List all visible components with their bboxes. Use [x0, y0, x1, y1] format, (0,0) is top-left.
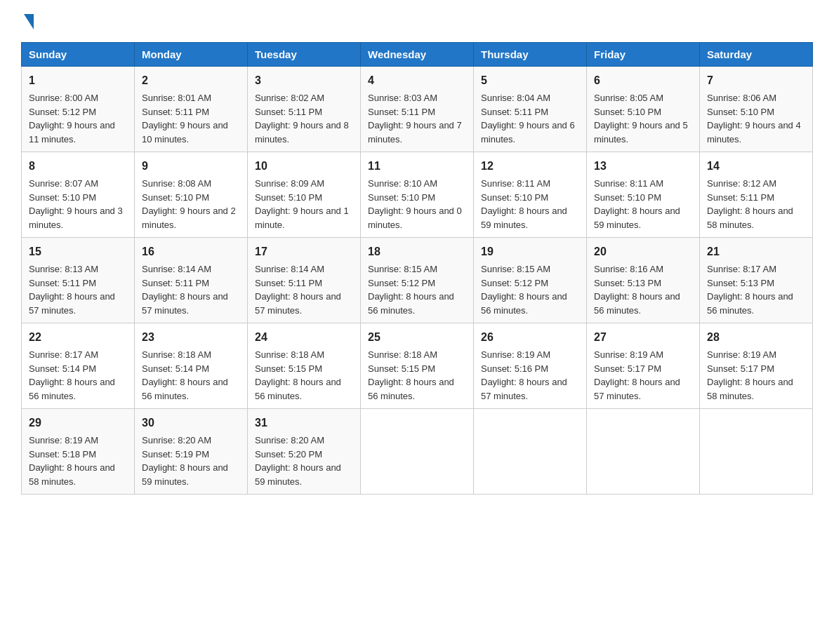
calendar-cell — [587, 409, 700, 495]
day-number: 27 — [594, 329, 692, 346]
day-info: Sunrise: 8:18 AMSunset: 5:15 PMDaylight:… — [255, 349, 341, 401]
page-header — [21, 14, 813, 29]
day-info: Sunrise: 8:19 AMSunset: 5:16 PMDaylight:… — [481, 349, 567, 401]
day-number: 11 — [368, 158, 466, 175]
day-number: 23 — [142, 329, 240, 346]
weekday-header-sunday: Sunday — [22, 43, 135, 67]
day-number: 15 — [29, 243, 127, 260]
day-info: Sunrise: 8:11 AMSunset: 5:10 PMDaylight:… — [594, 178, 680, 230]
weekday-header-wednesday: Wednesday — [361, 43, 474, 67]
day-info: Sunrise: 8:05 AMSunset: 5:10 PMDaylight:… — [594, 93, 688, 145]
day-info: Sunrise: 8:19 AMSunset: 5:18 PMDaylight:… — [29, 435, 115, 487]
day-info: Sunrise: 8:09 AMSunset: 5:10 PMDaylight:… — [255, 178, 349, 230]
day-info: Sunrise: 8:15 AMSunset: 5:12 PMDaylight:… — [368, 264, 454, 316]
calendar-cell: 19 Sunrise: 8:15 AMSunset: 5:12 PMDaylig… — [474, 238, 587, 323]
day-info: Sunrise: 8:17 AMSunset: 5:14 PMDaylight:… — [29, 349, 115, 401]
day-number: 14 — [707, 158, 805, 175]
day-number: 19 — [481, 243, 579, 260]
calendar-cell: 23 Sunrise: 8:18 AMSunset: 5:14 PMDaylig… — [135, 323, 248, 409]
day-info: Sunrise: 8:07 AMSunset: 5:10 PMDaylight:… — [29, 178, 123, 230]
day-number: 4 — [368, 72, 466, 89]
calendar-cell — [474, 409, 587, 495]
calendar-cell: 27 Sunrise: 8:19 AMSunset: 5:17 PMDaylig… — [587, 323, 700, 409]
calendar-cell: 5 Sunrise: 8:04 AMSunset: 5:11 PMDayligh… — [474, 67, 587, 152]
day-number: 17 — [255, 243, 353, 260]
day-info: Sunrise: 8:00 AMSunset: 5:12 PMDaylight:… — [29, 93, 115, 145]
calendar-cell: 10 Sunrise: 8:09 AMSunset: 5:10 PMDaylig… — [248, 152, 361, 238]
calendar-cell: 22 Sunrise: 8:17 AMSunset: 5:14 PMDaylig… — [22, 323, 135, 409]
calendar-cell: 4 Sunrise: 8:03 AMSunset: 5:11 PMDayligh… — [361, 67, 474, 152]
day-number: 2 — [142, 72, 240, 89]
day-number: 22 — [29, 329, 127, 346]
day-info: Sunrise: 8:20 AMSunset: 5:20 PMDaylight:… — [255, 435, 341, 487]
logo-triangle-icon — [24, 14, 34, 29]
weekday-header-saturday: Saturday — [700, 43, 813, 67]
weekday-header-monday: Monday — [135, 43, 248, 67]
calendar-cell: 29 Sunrise: 8:19 AMSunset: 5:18 PMDaylig… — [22, 409, 135, 495]
day-info: Sunrise: 8:14 AMSunset: 5:11 PMDaylight:… — [142, 264, 228, 316]
day-number: 21 — [707, 243, 805, 260]
calendar-week-row: 22 Sunrise: 8:17 AMSunset: 5:14 PMDaylig… — [22, 323, 813, 409]
calendar-cell: 7 Sunrise: 8:06 AMSunset: 5:10 PMDayligh… — [700, 67, 813, 152]
calendar-cell: 8 Sunrise: 8:07 AMSunset: 5:10 PMDayligh… — [22, 152, 135, 238]
calendar-cell: 13 Sunrise: 8:11 AMSunset: 5:10 PMDaylig… — [587, 152, 700, 238]
calendar-cell: 24 Sunrise: 8:18 AMSunset: 5:15 PMDaylig… — [248, 323, 361, 409]
logo — [21, 14, 34, 29]
day-number: 5 — [481, 72, 579, 89]
day-number: 6 — [594, 72, 692, 89]
calendar-cell: 31 Sunrise: 8:20 AMSunset: 5:20 PMDaylig… — [248, 409, 361, 495]
day-number: 26 — [481, 329, 579, 346]
day-info: Sunrise: 8:13 AMSunset: 5:11 PMDaylight:… — [29, 264, 115, 316]
day-info: Sunrise: 8:03 AMSunset: 5:11 PMDaylight:… — [368, 93, 462, 145]
calendar-week-row: 15 Sunrise: 8:13 AMSunset: 5:11 PMDaylig… — [22, 238, 813, 323]
calendar-cell: 28 Sunrise: 8:19 AMSunset: 5:17 PMDaylig… — [700, 323, 813, 409]
calendar-cell: 25 Sunrise: 8:18 AMSunset: 5:15 PMDaylig… — [361, 323, 474, 409]
day-number: 1 — [29, 72, 127, 89]
day-number: 29 — [29, 415, 127, 431]
weekday-header-thursday: Thursday — [474, 43, 587, 67]
day-number: 30 — [142, 415, 240, 431]
calendar-cell: 17 Sunrise: 8:14 AMSunset: 5:11 PMDaylig… — [248, 238, 361, 323]
weekday-header-friday: Friday — [587, 43, 700, 67]
day-info: Sunrise: 8:01 AMSunset: 5:11 PMDaylight:… — [142, 93, 228, 145]
calendar-cell: 18 Sunrise: 8:15 AMSunset: 5:12 PMDaylig… — [361, 238, 474, 323]
calendar-cell: 1 Sunrise: 8:00 AMSunset: 5:12 PMDayligh… — [22, 67, 135, 152]
calendar-cell: 30 Sunrise: 8:20 AMSunset: 5:19 PMDaylig… — [135, 409, 248, 495]
calendar-cell: 11 Sunrise: 8:10 AMSunset: 5:10 PMDaylig… — [361, 152, 474, 238]
day-info: Sunrise: 8:04 AMSunset: 5:11 PMDaylight:… — [481, 93, 575, 145]
day-info: Sunrise: 8:10 AMSunset: 5:10 PMDaylight:… — [368, 178, 462, 230]
day-info: Sunrise: 8:15 AMSunset: 5:12 PMDaylight:… — [481, 264, 567, 316]
day-info: Sunrise: 8:19 AMSunset: 5:17 PMDaylight:… — [707, 349, 793, 401]
calendar-cell: 9 Sunrise: 8:08 AMSunset: 5:10 PMDayligh… — [135, 152, 248, 238]
day-number: 31 — [255, 415, 353, 431]
calendar-week-row: 1 Sunrise: 8:00 AMSunset: 5:12 PMDayligh… — [22, 67, 813, 152]
day-info: Sunrise: 8:02 AMSunset: 5:11 PMDaylight:… — [255, 93, 349, 145]
day-number: 24 — [255, 329, 353, 346]
day-info: Sunrise: 8:18 AMSunset: 5:14 PMDaylight:… — [142, 349, 228, 401]
calendar-cell: 26 Sunrise: 8:19 AMSunset: 5:16 PMDaylig… — [474, 323, 587, 409]
calendar-cell: 20 Sunrise: 8:16 AMSunset: 5:13 PMDaylig… — [587, 238, 700, 323]
calendar-cell: 2 Sunrise: 8:01 AMSunset: 5:11 PMDayligh… — [135, 67, 248, 152]
calendar-cell: 15 Sunrise: 8:13 AMSunset: 5:11 PMDaylig… — [22, 238, 135, 323]
day-info: Sunrise: 8:11 AMSunset: 5:10 PMDaylight:… — [481, 178, 567, 230]
calendar-cell — [361, 409, 474, 495]
day-number: 10 — [255, 158, 353, 175]
day-number: 7 — [707, 72, 805, 89]
calendar-cell: 16 Sunrise: 8:14 AMSunset: 5:11 PMDaylig… — [135, 238, 248, 323]
calendar-week-row: 8 Sunrise: 8:07 AMSunset: 5:10 PMDayligh… — [22, 152, 813, 238]
day-number: 8 — [29, 158, 127, 175]
day-number: 28 — [707, 329, 805, 346]
day-number: 18 — [368, 243, 466, 260]
calendar-table: SundayMondayTuesdayWednesdayThursdayFrid… — [21, 42, 813, 495]
day-number: 9 — [142, 158, 240, 175]
day-info: Sunrise: 8:19 AMSunset: 5:17 PMDaylight:… — [594, 349, 680, 401]
calendar-cell: 6 Sunrise: 8:05 AMSunset: 5:10 PMDayligh… — [587, 67, 700, 152]
day-number: 25 — [368, 329, 466, 346]
day-info: Sunrise: 8:12 AMSunset: 5:11 PMDaylight:… — [707, 178, 793, 230]
calendar-cell: 14 Sunrise: 8:12 AMSunset: 5:11 PMDaylig… — [700, 152, 813, 238]
day-number: 12 — [481, 158, 579, 175]
day-number: 20 — [594, 243, 692, 260]
day-info: Sunrise: 8:14 AMSunset: 5:11 PMDaylight:… — [255, 264, 341, 316]
day-number: 3 — [255, 72, 353, 89]
weekday-header-row: SundayMondayTuesdayWednesdayThursdayFrid… — [22, 43, 813, 67]
